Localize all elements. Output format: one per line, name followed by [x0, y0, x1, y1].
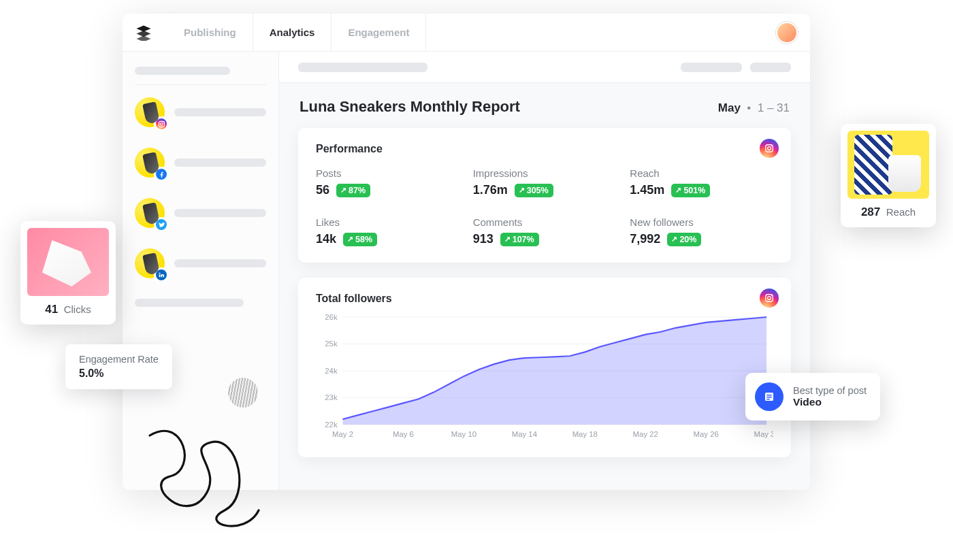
sidebar-heading-placeholder [135, 67, 230, 75]
main-panel: Luna Sneakers Monthly Report May • 1 – 3… [279, 52, 810, 490]
reach-label: Reach [886, 206, 916, 218]
report-title: Luna Sneakers Monthly Report [300, 98, 520, 116]
metric-value: 14k [316, 232, 336, 246]
svg-text:May 30: May 30 [754, 430, 773, 438]
linkedin-icon [154, 267, 169, 282]
sidebar-footer-placeholder [135, 299, 244, 307]
overlay-reach-card: 287 Reach [841, 124, 936, 227]
toolbar-placeholder [298, 63, 427, 72]
report-date: May • 1 – 31 [718, 101, 790, 115]
account-avatar [135, 198, 165, 228]
arrow-up-icon: ↗ [519, 186, 525, 195]
svg-rect-31 [766, 395, 772, 396]
followers-title: Total followers [316, 293, 773, 305]
metric-label: Comments [473, 216, 617, 228]
arrow-up-icon: ↗ [671, 235, 677, 244]
svg-point-5 [163, 122, 163, 122]
tab-analytics[interactable]: Analytics [253, 14, 332, 51]
metric-label: Reach [630, 167, 773, 179]
svg-text:22k: 22k [325, 421, 338, 429]
account-label-placeholder [174, 209, 266, 217]
metric-label: Likes [316, 216, 459, 228]
best-post-value: Video [793, 396, 867, 408]
decorative-squiggle-icon [143, 422, 272, 538]
arrow-up-icon: ↗ [504, 235, 511, 244]
svg-text:25k: 25k [325, 340, 338, 348]
report-range: 1 – 31 [758, 101, 790, 114]
sidebar-account-facebook[interactable] [135, 148, 266, 178]
tab-engagement[interactable]: Engagement [332, 14, 426, 51]
user-avatar[interactable] [776, 22, 798, 44]
svg-text:May 6: May 6 [393, 430, 414, 438]
metric-label: Impressions [473, 167, 617, 179]
metric-value: 7,992 [630, 232, 660, 246]
svg-text:May 18: May 18 [572, 430, 598, 438]
best-post-label: Best type of post [793, 385, 867, 396]
engagement-label: Engagement Rate [79, 354, 159, 365]
performance-metrics: Posts 56 ↗87% Impressions 1.76m ↗305% [316, 167, 773, 246]
account-label-placeholder [174, 159, 266, 167]
metric-value: 1.45m [630, 183, 664, 197]
account-avatar [135, 248, 165, 278]
metric-value: 913 [473, 232, 494, 246]
metric-posts: Posts 56 ↗87% [316, 167, 459, 197]
svg-text:26k: 26k [325, 313, 338, 321]
svg-text:May 2: May 2 [332, 430, 353, 438]
toolbar [279, 52, 810, 83]
metric-delta: ↗20% [667, 233, 701, 246]
app-window: Publishing Analytics Engagement [123, 14, 810, 490]
metric-delta: ↗305% [515, 184, 553, 197]
report-header: Luna Sneakers Monthly Report May • 1 – 3… [300, 98, 790, 116]
instagram-icon [154, 116, 169, 131]
report-scroll[interactable]: Luna Sneakers Monthly Report May • 1 – 3… [279, 83, 810, 490]
followers-card: Total followers 22k23k24k25k26kMay 2May … [298, 278, 791, 457]
tab-publishing[interactable]: Publishing [167, 14, 253, 51]
metric-delta: ↗107% [500, 233, 539, 246]
arrow-up-icon: ↗ [675, 186, 681, 195]
svg-text:May 26: May 26 [694, 430, 719, 438]
performance-card: Performance Posts 56 ↗87% Impressions [298, 128, 791, 263]
facebook-icon [154, 167, 169, 182]
svg-text:24k: 24k [325, 367, 338, 375]
svg-marker-2 [137, 35, 151, 41]
sidebar-account-twitter[interactable] [135, 198, 266, 228]
svg-text:May 22: May 22 [633, 430, 658, 438]
followers-chart: 22k23k24k25k26kMay 2May 6May 10May 14May… [316, 312, 773, 441]
svg-point-11 [771, 295, 772, 296]
sidebar-account-linkedin[interactable] [135, 248, 266, 278]
svg-text:May 10: May 10 [451, 430, 476, 438]
svg-text:23k: 23k [325, 393, 338, 401]
reach-value: 287 [861, 205, 880, 218]
metric-delta: ↗87% [336, 184, 370, 197]
post-thumbnail [27, 228, 109, 296]
post-type-icon [755, 382, 784, 411]
clicks-value: 41 [45, 303, 58, 316]
svg-rect-32 [766, 397, 772, 398]
overlay-clicks-card: 41 Clicks [20, 221, 116, 325]
report-month: May [718, 101, 741, 114]
metric-delta: ↗501% [671, 184, 710, 197]
account-label-placeholder [174, 108, 266, 116]
metric-label: New followers [630, 216, 773, 228]
sidebar-account-instagram[interactable] [135, 97, 266, 127]
toolbar-placeholder [681, 63, 742, 72]
nav-tabs: Publishing Analytics Engagement [167, 14, 426, 51]
account-label-placeholder [174, 259, 266, 267]
performance-title: Performance [316, 143, 773, 155]
account-avatar [135, 148, 165, 178]
arrow-up-icon: ↗ [340, 186, 346, 195]
metric-likes: Likes 14k ↗58% [316, 216, 459, 246]
metric-new-followers: New followers 7,992 ↗20% [630, 216, 773, 246]
metric-comments: Comments 913 ↗107% [473, 216, 617, 246]
overlay-engagement-rate: Engagement Rate 5.0% [65, 344, 172, 389]
svg-text:May 14: May 14 [512, 430, 538, 438]
clicks-label: Clicks [64, 303, 91, 315]
instagram-icon [760, 139, 779, 158]
metric-delta: ↗58% [343, 233, 377, 246]
topbar: Publishing Analytics Engagement [123, 14, 810, 52]
arrow-up-icon: ↗ [347, 235, 353, 244]
metric-label: Posts [316, 167, 459, 179]
sidebar-divider [135, 84, 266, 85]
account-avatar [135, 97, 165, 127]
toolbar-placeholder [750, 63, 791, 72]
